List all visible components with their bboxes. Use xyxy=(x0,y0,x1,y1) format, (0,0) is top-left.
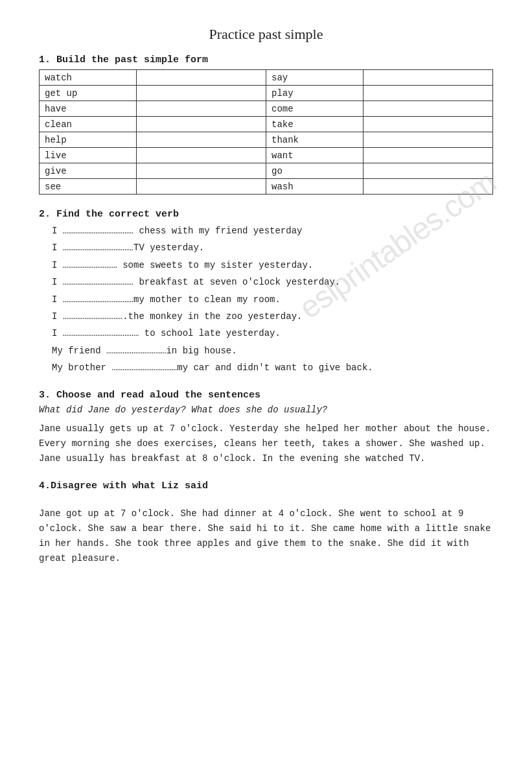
answer-left xyxy=(137,132,266,148)
table-row: helpthank xyxy=(40,132,493,148)
answer-right xyxy=(364,148,493,163)
verb-right: want xyxy=(266,148,364,163)
table-row: watchsay xyxy=(40,70,493,86)
answer-right xyxy=(364,117,493,132)
verb-left: watch xyxy=(40,70,137,86)
fill-line: I …………………………………… to school late yesterda… xyxy=(52,326,493,340)
section4-paragraph: Jane got up at 7 o'clock. She had dinner… xyxy=(39,506,493,566)
fill-line: My friend ……………………………in big house. xyxy=(52,344,493,358)
verb-left: see xyxy=(40,179,137,195)
table-row: givego xyxy=(40,163,493,179)
answer-left xyxy=(137,101,266,117)
answer-right xyxy=(364,86,493,101)
verb-right: thank xyxy=(266,132,364,148)
section4: 4.Disagree with what Liz said Jane got u… xyxy=(39,480,493,566)
verb-right: play xyxy=(266,86,364,101)
fill-line: I ………………………………… chess with my friend yes… xyxy=(52,224,493,238)
answer-left xyxy=(137,163,266,179)
answer-right xyxy=(364,70,493,86)
table-row: seewash xyxy=(40,179,493,195)
verb-left: clean xyxy=(40,117,137,132)
section1: 1. Build the past simple form watchsayge… xyxy=(39,54,493,195)
answer-right xyxy=(364,132,493,148)
verb-right: wash xyxy=(266,179,364,195)
verb-right: go xyxy=(266,163,364,179)
verb-left: live xyxy=(40,148,137,163)
verb-right: take xyxy=(266,117,364,132)
answer-left xyxy=(137,148,266,163)
answer-right xyxy=(364,179,493,195)
answer-left xyxy=(137,117,266,132)
fill-line: I ………………………………… breakfast at seven o'clo… xyxy=(52,275,493,289)
table-row: havecome xyxy=(40,101,493,117)
answer-left xyxy=(137,70,266,86)
page-title: Practice past simple xyxy=(39,26,493,43)
verb-left: help xyxy=(40,132,137,148)
answer-right xyxy=(364,163,493,179)
fill-line: I …………………………………my mother to clean my roo… xyxy=(52,292,493,307)
answer-left xyxy=(137,179,266,195)
verb-left: give xyxy=(40,163,137,179)
fill-line: I …………………………………TV yesterday. xyxy=(52,241,493,255)
verb-left: have xyxy=(40,101,137,117)
verb-right: say xyxy=(266,70,364,86)
section3-subtitle: What did Jane do yesterday? What does sh… xyxy=(39,405,493,415)
answer-left xyxy=(137,86,266,101)
answer-right xyxy=(364,101,493,117)
section2-heading: 2. Find the correct verb xyxy=(39,209,493,220)
fill-line: I …………………………….the monkey in the zoo yest… xyxy=(52,309,493,324)
section4-heading: 4.Disagree with what Liz said xyxy=(39,480,493,492)
section3-heading: 3. Choose and read aloud the sentences xyxy=(39,390,493,401)
fill-line: My brother ………………………………my car and didn't… xyxy=(52,361,493,375)
verb-left: get up xyxy=(40,86,137,101)
table-row: livewant xyxy=(40,148,493,163)
section1-heading: 1. Build the past simple form xyxy=(39,54,493,65)
verb-table: watchsayget upplayhavecomecleantakehelpt… xyxy=(39,69,493,195)
table-row: get upplay xyxy=(40,86,493,101)
fill-line: I ………………………… some sweets to my sister ye… xyxy=(52,258,493,272)
section3: 3. Choose and read aloud the sentences W… xyxy=(39,390,493,466)
verb-right: come xyxy=(266,101,364,117)
section2: 2. Find the correct verb I …………………………………… xyxy=(39,209,493,375)
table-row: cleantake xyxy=(40,117,493,132)
section3-paragraph: Jane usually gets up at 7 o'clock. Yeste… xyxy=(39,421,493,466)
